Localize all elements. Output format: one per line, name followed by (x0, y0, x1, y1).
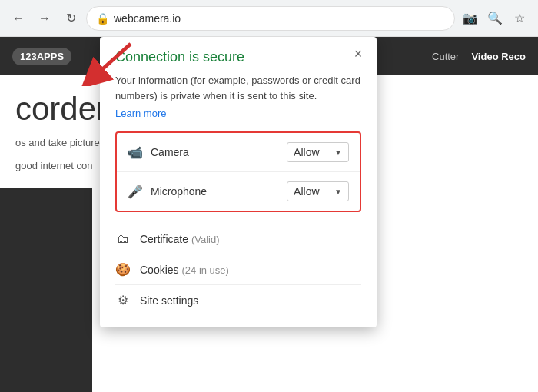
site-settings-label: Site settings (140, 294, 198, 307)
address-bar[interactable]: 🔒 webcamera.io (86, 6, 455, 31)
page-content: 123APPS Cutter Video Reco corder os and … (0, 37, 538, 392)
site-nav: Cutter Video Reco (432, 51, 526, 62)
zoom-toolbar-icon[interactable]: 🔍 (484, 8, 506, 29)
popup-desc: Your information (for example, passwords… (115, 73, 361, 103)
lock-icon: 🔒 (96, 12, 109, 25)
nav-item-cutter[interactable]: Cutter (432, 51, 459, 62)
camera-perm-label: Camera (151, 146, 287, 158)
microphone-perm-label: Microphone (151, 185, 287, 198)
url-text: webcamera.io (114, 12, 181, 25)
camera-toolbar-icon[interactable]: 📷 (460, 8, 481, 29)
microphone-permission-select[interactable]: Allow Block Ask ▼ (287, 181, 349, 201)
back-button[interactable]: ← (8, 8, 29, 29)
camera-select-dropdown[interactable]: Allow Block Ask (294, 146, 331, 158)
microphone-permission-row: 🎤 Microphone Allow Block Ask ▼ (117, 172, 360, 211)
certificate-info-row[interactable]: 🗂 Certificate (Valid) (115, 224, 361, 254)
site-settings-icon: ⚙ (115, 293, 131, 307)
camera-permission-row: 📹 Camera Allow Block Ask ▼ (117, 133, 360, 172)
microphone-perm-icon: 🎤 (128, 184, 143, 199)
learn-more-link[interactable]: Learn more (115, 108, 361, 119)
info-rows: 🗂 Certificate (Valid) 🍪 Cookies (24 in u… (115, 224, 361, 315)
site-settings-info-row[interactable]: ⚙ Site settings (115, 285, 361, 315)
toolbar-icons: 📷 🔍 ☆ (460, 8, 530, 29)
app-logo: 123APPS (12, 48, 71, 65)
camera-permission-select[interactable]: Allow Block Ask ▼ (287, 142, 349, 162)
site-info-popup: × Connection is secure Your information … (100, 37, 377, 327)
nav-item-video-reco[interactable]: Video Reco (471, 51, 526, 62)
certificate-icon: 🗂 (115, 232, 131, 246)
camera-dropdown-arrow: ▼ (334, 148, 342, 157)
certificate-label: Certificate (Valid) (140, 233, 220, 245)
bookmark-toolbar-icon[interactable]: ☆ (509, 8, 530, 29)
cookies-icon: 🍪 (115, 262, 131, 277)
permissions-box: 📹 Camera Allow Block Ask ▼ 🎤 Microphone (115, 131, 361, 212)
browser-bar: ← → ↻ 🔒 webcamera.io 📷 🔍 ☆ (0, 0, 538, 37)
cookies-label: Cookies (24 in use) (140, 264, 229, 276)
forward-button[interactable]: → (34, 8, 55, 29)
microphone-dropdown-arrow: ▼ (334, 188, 342, 196)
popup-title: Connection is secure (115, 49, 361, 65)
camera-perm-icon: 📹 (128, 145, 143, 160)
popup-close-button[interactable]: × (349, 45, 367, 63)
microphone-select-dropdown[interactable]: Allow Block Ask (294, 185, 331, 198)
reload-button[interactable]: ↻ (60, 8, 81, 29)
cookies-info-row[interactable]: 🍪 Cookies (24 in use) (115, 254, 361, 285)
